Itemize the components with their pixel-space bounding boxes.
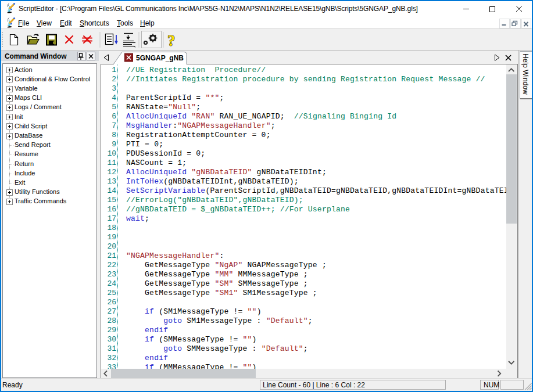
svg-text:5GNGAP_gNB: 5GNGAP_gNB bbox=[136, 54, 184, 62]
svg-text:?: ? bbox=[167, 32, 176, 49]
